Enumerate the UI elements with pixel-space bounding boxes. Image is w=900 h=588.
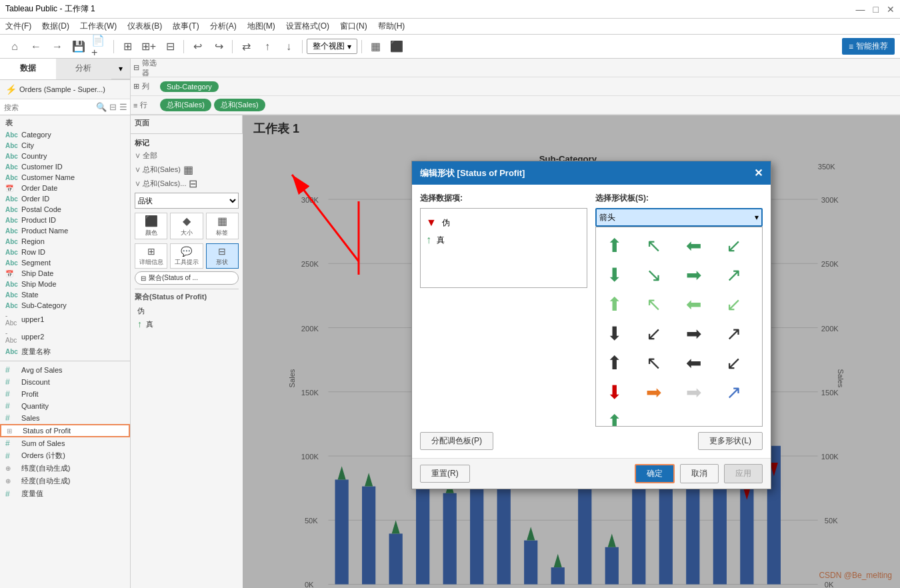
shape-item[interactable]: ↘ <box>641 262 667 287</box>
sel-item-false[interactable]: ▼ 伪 <box>426 214 581 231</box>
toolbar-sort-asc[interactable]: ↑ <box>258 37 277 56</box>
marks-detail-btn[interactable]: ⊞ 详细信息 <box>135 243 167 269</box>
marks-aggregation-pill[interactable]: ⊟ 聚合(Status of ... <box>135 271 239 285</box>
field-measure-values[interactable]: # 度量值 <box>0 487 130 500</box>
palette-btn[interactable]: 分配调色板(P) <box>420 432 493 450</box>
menu-dashboard[interactable]: 仪表板(B) <box>127 21 162 32</box>
field-ship-date[interactable]: 📅 Ship Date <box>0 268 130 279</box>
toolbar-home[interactable]: ⌂ <box>5 37 24 56</box>
shape-item[interactable]: ⬅ <box>681 233 707 258</box>
shape-item[interactable]: ↙ <box>641 321 667 346</box>
field-sub-category[interactable]: Abc Sub-Category <box>0 300 130 311</box>
toolbar-save[interactable]: 💾 <box>69 37 88 56</box>
shape-item[interactable]: ↗ <box>721 262 746 287</box>
field-segment[interactable]: Abc Segment <box>0 257 130 268</box>
field-lat[interactable]: ⊕ 纬度(自动生成) <box>0 462 130 475</box>
field-row-id[interactable]: Abc Row ID <box>0 247 130 257</box>
maximize-btn[interactable]: □ <box>873 4 879 15</box>
window-controls[interactable]: — □ ✕ <box>856 4 895 15</box>
row-pill-sales-2[interactable]: 总和(Sales) <box>214 99 265 111</box>
shape-item[interactable]: ➡ <box>681 262 707 287</box>
shape-item[interactable]: ⬇ <box>601 379 627 405</box>
field-postal-code[interactable]: Abc Postal Code <box>0 204 130 215</box>
toolbar-undo[interactable]: ↩ <box>188 37 207 56</box>
field-quantity[interactable]: # Quantity <box>0 400 130 412</box>
toolbar-connect[interactable]: ⊞+ <box>139 37 158 56</box>
shape-item[interactable]: ↖ <box>641 291 667 317</box>
toolbar-view-dropdown[interactable]: 整个视图 ▾ <box>307 39 357 54</box>
confirm-btn[interactable]: 确定 <box>635 464 675 483</box>
toolbar-chart2[interactable]: ⬛ <box>387 37 406 56</box>
shape-item[interactable]: ➡ <box>641 379 667 405</box>
more-options-icon[interactable]: ☰ <box>119 102 127 112</box>
smart-recommend-btn[interactable]: ≡ 智能推荐 <box>842 38 895 55</box>
field-country[interactable]: Abc Country <box>0 151 130 161</box>
toolbar-chart1[interactable]: ▦ <box>366 37 385 56</box>
field-lng[interactable]: ⊕ 经度(自动生成) <box>0 475 130 487</box>
field-ship-mode[interactable]: Abc Ship Mode <box>0 279 130 289</box>
cancel-btn[interactable]: 取消 <box>680 464 719 483</box>
menu-format[interactable]: 设置格式(O) <box>286 21 329 32</box>
toolbar-swap[interactable]: ⇄ <box>237 37 255 56</box>
toolbar-redo[interactable]: ↪ <box>209 37 228 56</box>
sel-item-true[interactable]: ↑ 真 <box>426 231 581 249</box>
menu-window[interactable]: 窗口(N) <box>340 21 367 32</box>
filter-icon[interactable]: ⊟ <box>109 102 117 112</box>
field-state[interactable]: Abc State <box>0 289 130 300</box>
field-customer-id[interactable]: Abc Customer ID <box>0 161 130 172</box>
menu-story[interactable]: 故事(T) <box>173 21 199 32</box>
field-upper2[interactable]: -Abc upper2 <box>0 328 130 345</box>
toolbar-back[interactable]: ← <box>27 37 45 56</box>
menu-map[interactable]: 地图(M) <box>247 21 275 32</box>
field-order-id[interactable]: Abc Order ID <box>0 193 130 204</box>
field-customer-name[interactable]: Abc Customer Name <box>0 172 130 183</box>
tab-data[interactable]: 数据 <box>0 59 56 79</box>
shape-item[interactable]: ↙ <box>721 233 746 258</box>
field-upper1[interactable]: -Abc upper1 <box>0 311 130 328</box>
field-product-name[interactable]: Abc Product Name <box>0 225 130 236</box>
marks-tooltip-btn[interactable]: 💬 工具提示 <box>170 243 203 269</box>
field-region[interactable]: Abc Region <box>0 236 130 247</box>
field-avg-sales[interactable]: # Avg of Sales <box>0 364 130 376</box>
field-order-date[interactable]: 📅 Order Date <box>0 183 130 193</box>
toolbar-extract[interactable]: ⊟ <box>161 37 179 56</box>
col-pill-subcategory[interactable]: Sub-Category <box>160 81 219 92</box>
shape-item[interactable]: ↙ <box>721 350 746 375</box>
close-btn[interactable]: ✕ <box>887 4 895 15</box>
shape-set-dropdown[interactable]: 箭头 ▾ <box>595 208 763 227</box>
toolbar-sort-desc[interactable]: ↓ <box>279 37 298 56</box>
field-discount[interactable]: # Discount <box>0 376 130 388</box>
field-sales[interactable]: # Sales <box>0 412 130 424</box>
shape-item[interactable]: ⬆ <box>601 409 627 427</box>
toolbar-datasource[interactable]: ⊞ <box>118 37 137 56</box>
shape-item[interactable]: ⬆ <box>601 350 627 375</box>
datasource-item[interactable]: ⚡ Orders (Sample - Super...) <box>0 80 130 99</box>
shape-item[interactable]: ↖ <box>641 233 667 258</box>
marks-label-btn[interactable]: ▦ 标签 <box>206 213 239 239</box>
toolbar-add[interactable]: 📄+ <box>91 37 109 56</box>
field-status-profit[interactable]: ⊞ Status of Profit <box>0 424 130 437</box>
marks-color-btn[interactable]: ⬛ 颜色 <box>135 213 167 239</box>
marks-type-dropdown[interactable]: 品状 <box>135 193 239 209</box>
reset-btn[interactable]: 重置(R) <box>420 465 470 483</box>
shape-item[interactable]: ⬅ <box>681 350 707 375</box>
shape-item[interactable]: ➡ <box>681 379 707 405</box>
shape-item[interactable]: ⬅ <box>681 291 707 317</box>
marks-size-btn[interactable]: ◆ 大小 <box>170 213 203 239</box>
more-shapes-btn[interactable]: 更多形状(L) <box>698 432 763 450</box>
shape-item[interactable]: ↗ <box>721 321 746 346</box>
search-input[interactable] <box>4 103 96 111</box>
field-profit[interactable]: # Profit <box>0 388 130 400</box>
field-city[interactable]: Abc City <box>0 140 130 151</box>
shape-item[interactable]: ⬇ <box>601 262 627 287</box>
menu-help[interactable]: 帮助(H) <box>378 21 405 32</box>
shape-item[interactable]: ➡ <box>681 321 707 346</box>
field-category[interactable]: Abc Category <box>0 129 130 140</box>
shape-item[interactable]: ⬆ <box>601 291 627 317</box>
shape-item[interactable]: ⬇ <box>601 321 627 346</box>
menu-data[interactable]: 数据(D) <box>42 21 69 32</box>
toolbar-forward[interactable]: → <box>48 37 67 56</box>
modal-close-btn[interactable]: ✕ <box>754 167 763 179</box>
minimize-btn[interactable]: — <box>856 4 865 15</box>
field-product-id[interactable]: Abc Product ID <box>0 215 130 225</box>
